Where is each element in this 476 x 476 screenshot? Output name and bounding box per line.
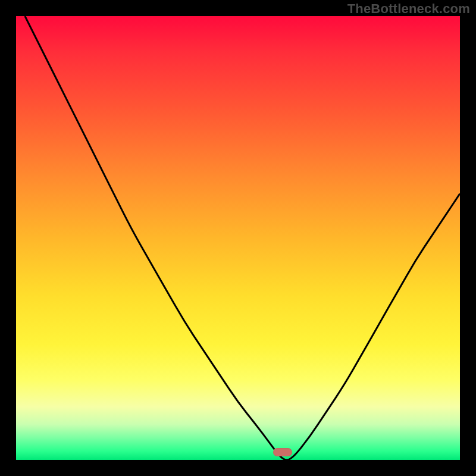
chart-frame: TheBottleneck.com	[0, 0, 476, 476]
bottleneck-curve	[16, 16, 460, 460]
plot-area	[16, 16, 460, 460]
watermark-text: TheBottleneck.com	[347, 1, 470, 17]
optimal-point-marker	[273, 448, 292, 456]
curve-path	[25, 16, 460, 460]
